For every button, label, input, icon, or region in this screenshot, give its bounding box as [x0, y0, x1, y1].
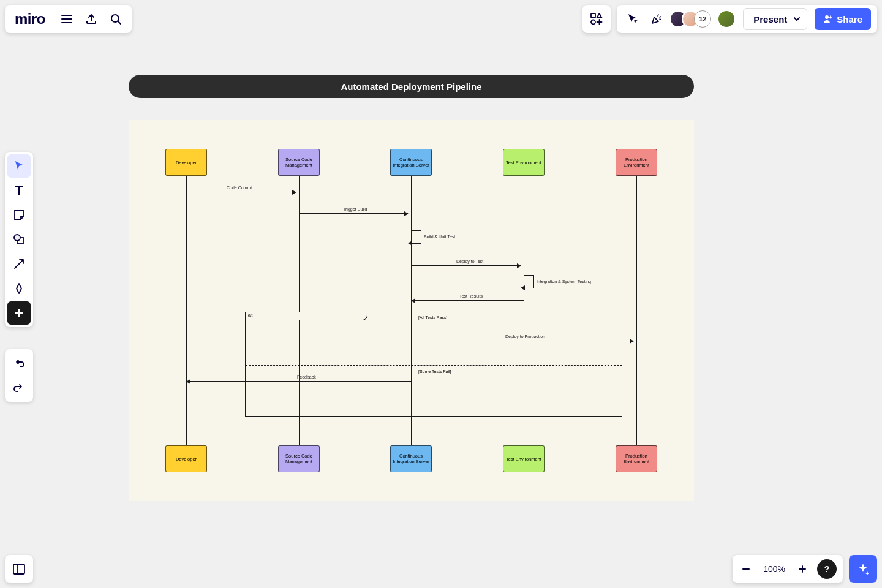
apps-icon — [590, 12, 603, 26]
chevron-down-icon — [793, 15, 801, 23]
panel-icon — [12, 562, 26, 576]
actor-ci-bottom[interactable]: Continuous Integration Server — [390, 445, 432, 472]
msg-deploy-prod-label: Deploy to Production — [505, 334, 545, 339]
actor-scm-bottom[interactable]: Source Code Management — [278, 445, 320, 472]
lifeline — [186, 176, 187, 445]
plus-icon — [797, 564, 807, 574]
alt-cond-pass: [All Tests Pass] — [418, 315, 447, 320]
actor-ci[interactable]: Continuous Integration Server — [390, 149, 432, 176]
divider — [53, 12, 53, 26]
svg-point-3 — [825, 15, 829, 19]
actor-prod[interactable]: Production Environment — [616, 149, 657, 176]
text-tool[interactable] — [7, 179, 31, 202]
person-plus-icon — [823, 14, 833, 24]
present-label: Present — [753, 14, 787, 24]
shapes-tool[interactable] — [7, 228, 31, 251]
left-toolbar — [5, 152, 33, 327]
actor-scm[interactable]: Source Code Management — [278, 149, 320, 176]
msg-test-results-label: Test Results — [459, 294, 483, 298]
msg-code-commit-label: Code Commit — [227, 186, 253, 190]
svg-rect-6 — [13, 564, 24, 574]
svg-point-0 — [111, 15, 119, 22]
pen-tool[interactable] — [7, 277, 31, 300]
hamburger-icon — [61, 13, 73, 25]
msg-deploy-test-label: Deploy to Test — [456, 259, 483, 263]
actor-prod-bottom[interactable]: Production Environment — [616, 445, 657, 472]
share-label: Share — [837, 14, 862, 24]
msg-int-sys-self[interactable] — [524, 275, 534, 288]
line-tool[interactable] — [7, 252, 31, 276]
msg-trigger-build[interactable] — [299, 213, 408, 214]
actor-developer[interactable]: Developer — [165, 149, 207, 176]
left-toolbar-history — [5, 349, 33, 402]
frames-panel-button[interactable] — [5, 555, 33, 583]
search-button[interactable] — [104, 7, 128, 31]
alt-cond-fail: [Some Tests Fail] — [418, 369, 451, 374]
export-button[interactable] — [79, 7, 104, 31]
collaboration-bar: 12 Present Share — [617, 5, 877, 33]
reactions-button[interactable] — [646, 9, 666, 29]
plus-icon — [14, 308, 24, 318]
top-right-cluster: 12 Present Share — [582, 5, 877, 33]
diagram-title[interactable]: Automated Deployment Pipeline — [129, 75, 694, 98]
minus-icon — [741, 564, 751, 574]
upload-icon — [85, 13, 97, 25]
avatar-overflow-count: 12 — [694, 10, 711, 28]
msg-deploy-prod[interactable] — [412, 341, 633, 341]
main-menu-button[interactable] — [55, 7, 79, 31]
msg-int-sys-label: Integration & System Testing — [537, 279, 591, 284]
msg-feedback[interactable] — [187, 381, 411, 382]
top-left-toolbar: miro — [5, 5, 132, 33]
arrow-icon — [13, 258, 25, 270]
bottom-right-cluster: 100% ? — [733, 555, 877, 583]
redo-button[interactable] — [7, 376, 31, 399]
search-icon — [110, 13, 122, 25]
sticky-note-tool[interactable] — [7, 203, 31, 227]
avatar-stack[interactable]: 12 — [669, 10, 711, 28]
text-icon — [13, 184, 25, 197]
msg-trigger-build-label: Trigger Build — [343, 207, 367, 211]
zoom-out-button[interactable] — [736, 559, 756, 579]
svg-point-5 — [14, 235, 20, 241]
alt-frame[interactable]: alt [All Tests Pass] [Some Tests Fail] — [245, 312, 622, 417]
actor-developer-bottom[interactable]: Developer — [165, 445, 207, 472]
actor-test[interactable]: Test Environment — [503, 149, 545, 176]
actor-test-bottom[interactable]: Test Environment — [503, 445, 545, 472]
shapes-icon — [13, 233, 25, 246]
more-tools[interactable] — [7, 301, 31, 325]
sparkle-icon — [856, 562, 870, 576]
sticky-icon — [13, 209, 25, 221]
undo-button[interactable] — [7, 352, 31, 375]
apps-button[interactable] — [582, 5, 611, 33]
lifeline — [636, 176, 637, 445]
miro-logo[interactable]: miro — [9, 10, 51, 28]
cursor-mode-button[interactable] — [623, 9, 643, 29]
pen-icon — [13, 282, 25, 295]
ai-assist-button[interactable] — [849, 555, 877, 583]
msg-build-self[interactable] — [412, 230, 421, 244]
zoom-level[interactable]: 100% — [758, 564, 790, 574]
msg-feedback-label: Feedback — [297, 375, 316, 379]
cursor-bolt-icon — [627, 13, 639, 25]
msg-code-commit[interactable] — [186, 192, 296, 192]
help-button[interactable]: ? — [817, 559, 837, 579]
share-button[interactable]: Share — [815, 8, 871, 30]
zoom-controls: 100% ? — [733, 555, 843, 583]
msg-test-results[interactable] — [412, 300, 524, 301]
select-tool[interactable] — [7, 154, 31, 178]
alt-frame-label: alt — [245, 312, 368, 320]
present-button[interactable]: Present — [743, 8, 807, 30]
msg-build-label: Build & Unit Test — [424, 235, 455, 239]
undo-icon — [13, 357, 25, 369]
current-user-avatar[interactable] — [717, 10, 736, 28]
msg-deploy-test[interactable] — [412, 265, 521, 266]
cursor-icon — [13, 160, 25, 172]
alt-divider — [246, 365, 622, 366]
redo-icon — [13, 382, 25, 394]
zoom-in-button[interactable] — [793, 559, 812, 579]
sequence-diagram[interactable]: Developer Source Code Management Continu… — [129, 120, 694, 501]
svg-point-2 — [591, 20, 595, 24]
svg-rect-1 — [591, 13, 595, 18]
party-icon — [650, 13, 662, 25]
